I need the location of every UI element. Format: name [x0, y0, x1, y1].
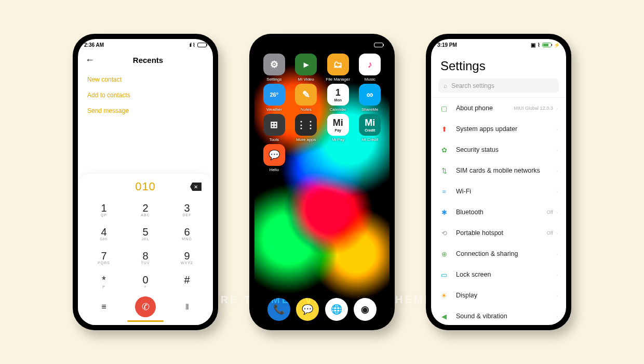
- chevron-right-icon: ›: [556, 293, 558, 298]
- chevron-right-icon: ›: [556, 126, 558, 132]
- app-notes[interactable]: ✎Notes: [291, 84, 322, 112]
- app-file-manager[interactable]: 🗂File Manager: [323, 54, 354, 82]
- back-button[interactable]: ←: [85, 55, 95, 66]
- app-music[interactable]: ♪Music: [355, 54, 386, 82]
- dock-camera[interactable]: ◉: [354, 298, 377, 321]
- status-time: 3:19 PM: [437, 42, 457, 48]
- settings-system-apps-updater[interactable]: ⬆System apps updater›: [431, 119, 566, 139]
- app-icon: MiPay: [327, 114, 349, 136]
- app-settings[interactable]: ⚙Settings: [259, 54, 290, 82]
- settings-sim-cards-mobile-networks[interactable]: ⇅SIM cards & mobile networks›: [431, 160, 566, 181]
- settings-item-label: Lock screen: [456, 271, 556, 278]
- settings-sound-vibration[interactable]: ◀Sound & vibration›: [431, 306, 566, 325]
- settings-bluetooth[interactable]: ✱BluetoothOff›: [431, 202, 566, 223]
- keypad-1[interactable]: 1QP: [83, 198, 125, 222]
- keypad-3[interactable]: 3DEF: [166, 198, 208, 222]
- dialer-action-0[interactable]: New contact: [87, 72, 204, 87]
- app-label: More apps: [296, 137, 316, 142]
- status-icons: ▣ ⌇ ⚡: [531, 42, 560, 48]
- dock-phone[interactable]: 📞: [267, 298, 290, 321]
- app-mi-credit[interactable]: MiCreditMi Credit: [355, 114, 386, 142]
- settings-item-label: Wi-Fi: [456, 188, 556, 195]
- keypad-#[interactable]: #: [166, 269, 208, 293]
- dialer-action-2[interactable]: Send message: [87, 103, 204, 119]
- status-time: 2:36 AM: [84, 42, 104, 48]
- settings-lock-screen[interactable]: ▭Lock screen›: [431, 264, 566, 285]
- backspace-button[interactable]: ✕: [190, 183, 202, 191]
- keypad-7[interactable]: 7PQRS: [83, 245, 125, 269]
- chevron-right-icon: ›: [556, 314, 558, 319]
- settings-portable-hotspot[interactable]: ⟲Portable hotspotOff›: [431, 223, 566, 243]
- app-mi-pay[interactable]: MiPayMi Pay: [323, 114, 354, 142]
- chevron-right-icon: ›: [556, 106, 558, 111]
- app-icon: ✎: [295, 84, 317, 106]
- dock-browser[interactable]: 🌐: [325, 298, 348, 321]
- app-calendar[interactable]: 1MonCalendar: [323, 84, 354, 112]
- app-icon: ♪: [359, 54, 381, 75]
- settings-item-value: Off: [547, 210, 553, 215]
- settings-item-icon: ⟲: [439, 228, 449, 238]
- settings-item-icon: ✱: [439, 207, 449, 217]
- app-icon: 💬: [263, 144, 285, 166]
- menu-button[interactable]: ≡: [83, 302, 125, 311]
- app-label: Music: [365, 77, 375, 82]
- app-icon: ⚙: [263, 54, 285, 75]
- home-indicator[interactable]: [127, 320, 164, 322]
- settings-item-label: Portable hotspot: [456, 229, 547, 237]
- app-more-apps[interactable]: ⋮⋮More apps: [291, 114, 322, 142]
- app-icon: 🗂: [327, 54, 349, 75]
- chevron-right-icon: ›: [556, 230, 558, 236]
- keypad-9[interactable]: 9WXYZ: [166, 245, 208, 269]
- dialpad: 010 ✕ 1QP2ABC3DEF4GHI5JKL6MNO7PQRS8TUV9W…: [78, 174, 213, 325]
- chevron-right-icon: ›: [556, 147, 558, 153]
- app-weather[interactable]: 26°Weather: [259, 84, 290, 112]
- app-label: Settings: [266, 77, 281, 82]
- keypad-4[interactable]: 4GHI: [83, 222, 125, 245]
- settings-item-label: Security status: [456, 146, 556, 153]
- app-label: Weather: [266, 107, 282, 112]
- keypad-8[interactable]: 8TUV: [125, 245, 166, 269]
- chevron-right-icon: ›: [556, 251, 558, 257]
- settings-item-value: MIUI Global 12.0.3: [514, 106, 553, 111]
- battery-icon: [197, 43, 207, 47]
- tabs-button[interactable]: ⦀: [166, 302, 208, 311]
- dock: 📞💬🌐◉: [254, 298, 390, 321]
- app-icon: 26°: [263, 84, 285, 106]
- settings-wi-fi[interactable]: ≈Wi-Fi›: [431, 181, 566, 202]
- wifi-icon: ⌇: [193, 42, 195, 48]
- settings-item-icon: ⬆: [439, 124, 449, 134]
- search-input[interactable]: ⌕ Search settings: [438, 79, 559, 93]
- keypad-5[interactable]: 5JKL: [125, 222, 166, 245]
- settings-display[interactable]: ☀Display›: [431, 285, 566, 306]
- app-label: Mi Credit: [361, 137, 378, 142]
- settings-item-icon: ✿: [439, 145, 449, 154]
- app-mi-video[interactable]: ▸Mi Video: [291, 54, 322, 82]
- dialer-action-1[interactable]: Add to contacts: [87, 87, 204, 103]
- settings-title: Settings: [431, 50, 566, 79]
- chevron-right-icon: ›: [556, 168, 558, 174]
- phone-dialer: 2:36 AM ııl ⌇ ← Recents New contactAdd t…: [73, 34, 218, 330]
- status-icons: ııl ⌇: [190, 42, 207, 48]
- keypad-*[interactable]: *P: [83, 269, 125, 293]
- settings-item-label: SIM cards & mobile networks: [456, 167, 556, 174]
- app-label: Notes: [301, 107, 312, 112]
- settings-security-status[interactable]: ✿Security status›: [431, 139, 566, 160]
- dialer-header: ← Recents: [78, 50, 213, 70]
- keypad-6[interactable]: 6MNO: [166, 222, 208, 245]
- call-button[interactable]: ✆: [135, 296, 156, 317]
- settings-item-icon: ≈: [439, 187, 449, 196]
- settings-connection-sharing[interactable]: ⊕Connection & sharing›: [431, 243, 566, 264]
- dock-messages[interactable]: 💬: [296, 298, 319, 321]
- settings-about-phone[interactable]: ▢About phoneMIUI Global 12.0.3›: [431, 98, 566, 119]
- app-hello[interactable]: 💬Hello: [259, 144, 290, 172]
- wifi-icon: ⌇: [538, 42, 540, 48]
- app-shareme[interactable]: ∞ShareMe: [355, 84, 386, 112]
- settings-item-icon: ⇅: [439, 166, 449, 175]
- app-label: Mi Video: [298, 77, 314, 82]
- keypad-0[interactable]: 0+: [125, 269, 166, 293]
- keypad-2[interactable]: 2ABC: [125, 198, 166, 222]
- phone-icon: ✆: [142, 301, 150, 313]
- app-tools[interactable]: ⊞Tools: [259, 114, 290, 142]
- app-label: Hello: [270, 167, 279, 172]
- app-label: Mi Pay: [332, 137, 344, 142]
